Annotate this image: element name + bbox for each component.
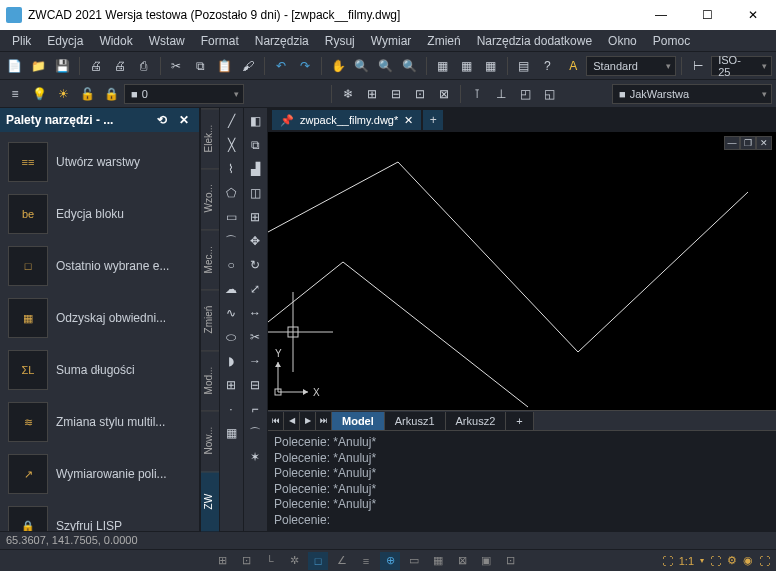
open-file-button[interactable]: 📁 (28, 55, 50, 77)
palette-close-button[interactable]: ✕ (175, 111, 193, 129)
layer-freeze-icon[interactable]: ☀ (52, 83, 74, 105)
new-document-tab[interactable]: + (423, 110, 443, 130)
array-tool[interactable]: ⊞ (244, 206, 266, 228)
tab-nav-next[interactable]: ▶ (300, 412, 316, 430)
snap-toggle[interactable]: ⊞ (212, 552, 232, 570)
tab-nav-first[interactable]: ⏮ (268, 412, 284, 430)
menu-widok[interactable]: Widok (91, 32, 140, 50)
tool-i[interactable]: ◱ (538, 83, 560, 105)
menu-wstaw[interactable]: Wstaw (141, 32, 193, 50)
menu-plik[interactable]: Plik (4, 32, 39, 50)
ellipse-tool[interactable]: ⬭ (220, 326, 242, 348)
new-file-button[interactable]: 📄 (4, 55, 26, 77)
stretch-tool[interactable]: ↔ (244, 302, 266, 324)
xline-tool[interactable]: ╳ (220, 134, 242, 156)
layer-lock-icon[interactable]: 🔓 (76, 83, 98, 105)
spline-tool[interactable]: ∿ (220, 302, 242, 324)
window-close-button[interactable]: ✕ (730, 0, 776, 30)
menu-okno[interactable]: Okno (600, 32, 645, 50)
layer-combo[interactable]: ■ 0 (124, 84, 244, 104)
cut-button[interactable]: ✂ (166, 55, 188, 77)
layer-manager-button[interactable]: ≡ (4, 83, 26, 105)
revcloud-tool[interactable]: ☁ (220, 278, 242, 300)
vtab-wzo[interactable]: Wzo... (201, 168, 219, 228)
tool-c[interactable]: ⊟ (385, 83, 407, 105)
palette-item-ostatnio-wybrane[interactable]: □Ostatnio wybrane e... (2, 240, 197, 292)
scale-tool[interactable]: ⤢ (244, 278, 266, 300)
layer-on-icon[interactable]: 💡 (28, 83, 50, 105)
zoom-window-button[interactable]: 🔍 (375, 55, 397, 77)
move-tool[interactable]: ✥ (244, 230, 266, 252)
otrack-toggle[interactable]: ∠ (332, 552, 352, 570)
extra-toggle-2[interactable]: ▣ (476, 552, 496, 570)
menu-narzedzia-dodatkowe[interactable]: Narzędzia dodatkowe (469, 32, 600, 50)
add-layout-tab[interactable]: + (506, 412, 533, 430)
paste-button[interactable]: 📋 (213, 55, 235, 77)
palette-item-wymiarowanie[interactable]: ↗Wymiarowanie poli... (2, 448, 197, 500)
polyline-tool[interactable]: ⌇ (220, 158, 242, 180)
menu-edycja[interactable]: Edycja (39, 32, 91, 50)
palette-item-zmiana-stylu[interactable]: ≋Zmiana stylu multil... (2, 396, 197, 448)
window-minimize-button[interactable]: — (638, 0, 684, 30)
tool-g[interactable]: ⊥ (490, 83, 512, 105)
print-preview-button[interactable]: 🖨 (109, 55, 131, 77)
vtab-mec[interactable]: Mec... (201, 229, 219, 289)
tool-e[interactable]: ⊠ (433, 83, 455, 105)
dyn-toggle[interactable]: ⊕ (380, 552, 400, 570)
help-button[interactable]: ? (536, 55, 558, 77)
layer-lock2-icon[interactable]: 🔒 (100, 83, 122, 105)
vtab-elek[interactable]: Elek... (201, 108, 219, 168)
drawing-canvas[interactable]: X Y — ❐ ✕ (268, 132, 776, 410)
layout-tab-2[interactable]: Arkusz2 (446, 412, 507, 430)
menu-wymiar[interactable]: Wymiar (363, 32, 420, 50)
lwt-toggle[interactable]: ≡ (356, 552, 376, 570)
command-prompt[interactable]: Polecenie: (274, 513, 770, 527)
menu-zmien[interactable]: Zmień (419, 32, 468, 50)
vtab-zmien[interactable]: Zmień (201, 289, 219, 349)
palette-pin-icon[interactable]: ⟲ (153, 111, 171, 129)
trim-tool[interactable]: ✂ (244, 326, 266, 348)
menu-format[interactable]: Format (193, 32, 247, 50)
copy-button[interactable]: ⧉ (189, 55, 211, 77)
annotation-scale-icon[interactable]: ⛶ (662, 555, 673, 567)
break-tool[interactable]: ⊟ (244, 374, 266, 396)
ortho-toggle[interactable]: └ (260, 552, 280, 570)
point-tool[interactable]: · (220, 398, 242, 420)
menu-narzedzia[interactable]: Narzędzia (247, 32, 317, 50)
extend-tool[interactable]: → (244, 350, 266, 372)
line-style-combo[interactable]: ■ JakWarstwa (612, 84, 772, 104)
tool-h[interactable]: ◰ (514, 83, 536, 105)
line-tool[interactable]: ╱ (220, 110, 242, 132)
vtab-now[interactable]: Now... (201, 410, 219, 470)
tool-a[interactable]: ❄ (337, 83, 359, 105)
match-props-button[interactable]: 🖌 (237, 55, 259, 77)
command-line[interactable]: Polecenie: *Anuluj* Polecenie: *Anuluj* … (268, 430, 776, 531)
explode-tool[interactable]: ✶ (244, 446, 266, 468)
drawing-close-button[interactable]: ✕ (756, 136, 772, 150)
palette-item-edycja-bloku[interactable]: beEdycja bloku (2, 188, 197, 240)
tab-close-icon[interactable]: ✕ (404, 114, 413, 127)
mirror-tool[interactable]: ▟ (244, 158, 266, 180)
rectangle-tool[interactable]: ▭ (220, 206, 242, 228)
vtab-mod[interactable]: Mod... (201, 350, 219, 410)
arc-tool[interactable]: ⌒ (220, 230, 242, 252)
vtab-zw[interactable]: ZW (201, 471, 219, 531)
tool-palette-button[interactable]: ▦ (480, 55, 502, 77)
save-button[interactable]: 💾 (52, 55, 74, 77)
ellipse-arc-tool[interactable]: ◗ (220, 350, 242, 372)
fillet-tool[interactable]: ⌒ (244, 422, 266, 444)
design-center-button[interactable]: ▦ (456, 55, 478, 77)
model-toggle[interactable]: ▭ (404, 552, 424, 570)
isolate-icon[interactable]: ◉ (743, 554, 753, 567)
hardware-accel-icon[interactable]: ⚙ (727, 554, 737, 567)
hatch-tool[interactable]: ▦ (220, 422, 242, 444)
palette-item-suma-dlugosci[interactable]: ΣLSuma długości (2, 344, 197, 396)
undo-button[interactable]: ↶ (270, 55, 292, 77)
layout-tab-1[interactable]: Arkusz1 (385, 412, 446, 430)
palette-item-szyfruj-lisp[interactable]: 🔒Szyfruj LISP (2, 500, 197, 531)
erase-tool[interactable]: ◧ (244, 110, 266, 132)
chamfer-tool[interactable]: ⌐ (244, 398, 266, 420)
palette-item-odzyskaj-obwiedni[interactable]: ▦Odzyskaj obwiedni... (2, 292, 197, 344)
zoom-button[interactable]: 🔍 (351, 55, 373, 77)
tool-f[interactable]: ⊺ (466, 83, 488, 105)
